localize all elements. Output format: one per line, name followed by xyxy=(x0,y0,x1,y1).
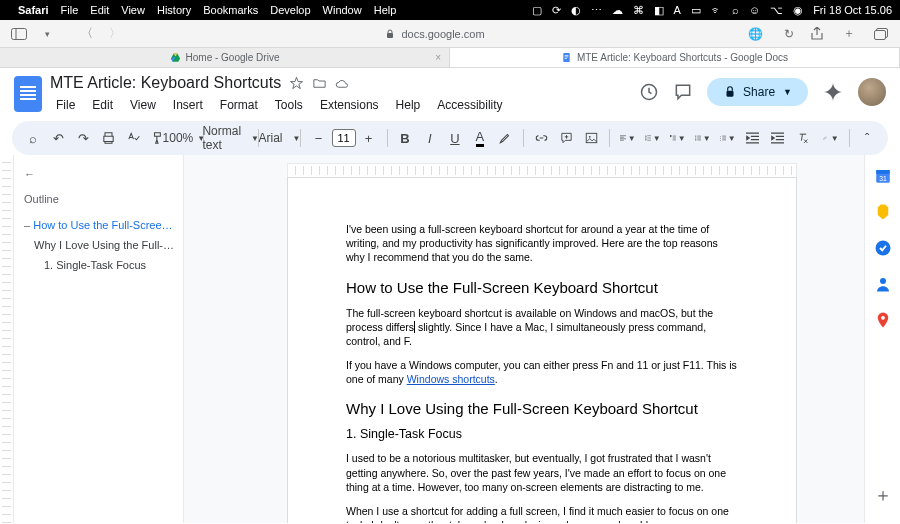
keep-icon[interactable] xyxy=(874,203,892,221)
line-spacing-icon[interactable]: ▼ xyxy=(642,126,664,150)
paragraph-style-select[interactable]: Normal text▼ xyxy=(210,126,251,150)
align-select[interactable]: ▼ xyxy=(617,126,639,150)
history-icon[interactable] xyxy=(639,82,659,102)
docs-menu-accessibility[interactable]: Accessibility xyxy=(431,95,508,115)
tray-icon[interactable]: ⋯ xyxy=(591,4,602,17)
back-button[interactable]: 〈 xyxy=(78,25,96,43)
docs-menu-extensions[interactable]: Extensions xyxy=(314,95,385,115)
tray-icon[interactable]: ◧ xyxy=(654,4,664,17)
outline-item[interactable]: How to Use the Full-Screen Keyb... xyxy=(24,215,177,235)
cloud-saved-icon[interactable] xyxy=(335,76,350,91)
document-title[interactable]: MTE Article: Keyboard Shortcuts xyxy=(50,74,281,92)
browser-tab-docs[interactable]: MTE Article: Keyboard Shortcuts - Google… xyxy=(450,48,900,67)
menubar-item-history[interactable]: History xyxy=(157,4,191,16)
menubar-item-view[interactable]: View xyxy=(121,4,145,16)
contacts-icon[interactable] xyxy=(874,275,892,293)
share-icon[interactable] xyxy=(808,25,826,43)
gemini-icon[interactable] xyxy=(822,81,844,103)
add-comment-icon[interactable] xyxy=(555,126,577,150)
body-paragraph[interactable]: When I use a shortcut for adding a full … xyxy=(346,504,738,523)
menubar-item-bookmarks[interactable]: Bookmarks xyxy=(203,4,258,16)
tray-siri-icon[interactable]: ◉ xyxy=(793,4,803,17)
new-tab-icon[interactable]: ＋ xyxy=(840,25,858,43)
tray-icon[interactable]: ☁ xyxy=(612,4,623,17)
menubar-clock[interactable]: Fri 18 Oct 15.06 xyxy=(813,4,892,16)
highlight-color-icon[interactable] xyxy=(494,126,516,150)
body-paragraph[interactable]: I used to be a notorious multitasker, bu… xyxy=(346,451,738,494)
collapse-toolbar-icon[interactable]: ˆ xyxy=(856,126,878,150)
address-bar[interactable]: docs.google.com xyxy=(134,28,736,40)
horizontal-ruler[interactable] xyxy=(287,163,797,177)
redo-icon[interactable]: ↷ xyxy=(72,126,94,150)
search-menus-icon[interactable]: ⌕ xyxy=(22,126,44,150)
docs-menu-help[interactable]: Help xyxy=(390,95,427,115)
menubar-item-file[interactable]: File xyxy=(61,4,79,16)
document-scroll-area[interactable]: I've been using a full-screen keyboard s… xyxy=(184,155,900,523)
document-page[interactable]: I've been using a full-screen keyboard s… xyxy=(287,177,797,523)
zoom-select[interactable]: 100%▼ xyxy=(172,126,196,150)
italic-icon[interactable]: I xyxy=(419,126,441,150)
star-icon[interactable] xyxy=(289,76,304,91)
bulleted-list-icon[interactable]: ▼ xyxy=(692,126,714,150)
tray-battery-icon[interactable]: ▭ xyxy=(691,4,701,17)
heading-2[interactable]: Why I Love Using the Full-Screen Keyboar… xyxy=(346,400,738,417)
chevron-down-icon[interactable]: ▾ xyxy=(38,25,56,43)
bold-icon[interactable]: B xyxy=(394,126,416,150)
menubar-app-name[interactable]: Safari xyxy=(18,4,49,16)
maps-icon[interactable] xyxy=(874,311,892,329)
font-size-decrease[interactable]: − xyxy=(308,126,330,150)
tray-icon[interactable]: ⟳ xyxy=(552,4,561,17)
forward-button[interactable]: 〉 xyxy=(106,25,124,43)
tabs-overview-icon[interactable] xyxy=(872,25,890,43)
print-icon[interactable] xyxy=(97,126,119,150)
heading-3[interactable]: 1. Single-Task Focus xyxy=(346,427,738,441)
menubar-item-help[interactable]: Help xyxy=(374,4,397,16)
tray-icon[interactable]: A xyxy=(674,4,681,16)
tray-icon[interactable]: ▢ xyxy=(532,4,542,17)
docs-menu-insert[interactable]: Insert xyxy=(167,95,209,115)
comments-icon[interactable] xyxy=(673,82,693,102)
font-family-select[interactable]: Arial▼ xyxy=(266,126,293,150)
tray-search-icon[interactable]: ⌕ xyxy=(732,4,739,16)
body-paragraph[interactable]: If you have a Windows computer, you can … xyxy=(346,358,738,386)
numbered-list-icon[interactable]: 123▼ xyxy=(717,126,739,150)
tray-wifi-icon[interactable]: ᯤ xyxy=(711,4,722,16)
insert-image-icon[interactable] xyxy=(580,126,602,150)
reload-icon[interactable]: ↻ xyxy=(780,25,798,43)
font-size-increase[interactable]: + xyxy=(358,126,380,150)
heading-2[interactable]: How to Use the Full-Screen Keyboard Shor… xyxy=(346,279,738,296)
account-avatar[interactable] xyxy=(858,78,886,106)
increase-indent-icon[interactable] xyxy=(767,126,789,150)
tab-close-icon[interactable]: × xyxy=(435,52,441,63)
docs-menu-view[interactable]: View xyxy=(124,95,162,115)
share-button[interactable]: Share ▼ xyxy=(707,78,808,106)
docs-menu-file[interactable]: File xyxy=(50,95,81,115)
menubar-item-develop[interactable]: Develop xyxy=(270,4,310,16)
hyperlink[interactable]: Windows shortcuts xyxy=(407,373,495,385)
docs-menu-format[interactable]: Format xyxy=(214,95,264,115)
clear-formatting-icon[interactable] xyxy=(792,126,814,150)
decrease-indent-icon[interactable] xyxy=(742,126,764,150)
menubar-item-window[interactable]: Window xyxy=(323,4,362,16)
outline-close-icon[interactable]: ← xyxy=(24,163,46,185)
move-folder-icon[interactable] xyxy=(312,76,327,91)
docs-menu-tools[interactable]: Tools xyxy=(269,95,309,115)
add-addon-icon[interactable]: ＋ xyxy=(874,483,892,507)
insert-link-icon[interactable] xyxy=(530,126,552,150)
spellcheck-icon[interactable] xyxy=(122,126,144,150)
tray-user-icon[interactable]: ☺ xyxy=(749,4,760,16)
text-color-icon[interactable]: A xyxy=(469,126,491,150)
tray-control-center-icon[interactable]: ⌥ xyxy=(770,4,783,17)
docs-menu-edit[interactable]: Edit xyxy=(86,95,119,115)
checklist-icon[interactable]: ▼ xyxy=(667,126,689,150)
calendar-icon[interactable]: 31 xyxy=(874,167,892,185)
docs-logo-icon[interactable] xyxy=(14,76,42,112)
sidebar-toggle-icon[interactable] xyxy=(10,25,28,43)
tray-icon[interactable]: ⌘ xyxy=(633,4,644,17)
editing-mode-select[interactable]: ▼ xyxy=(820,126,842,150)
tasks-icon[interactable] xyxy=(874,239,892,257)
browser-tab-drive[interactable]: Home - Google Drive × xyxy=(0,48,450,67)
undo-icon[interactable]: ↶ xyxy=(47,126,69,150)
translate-icon[interactable]: 🌐 xyxy=(746,25,764,43)
underline-icon[interactable]: U xyxy=(444,126,466,150)
